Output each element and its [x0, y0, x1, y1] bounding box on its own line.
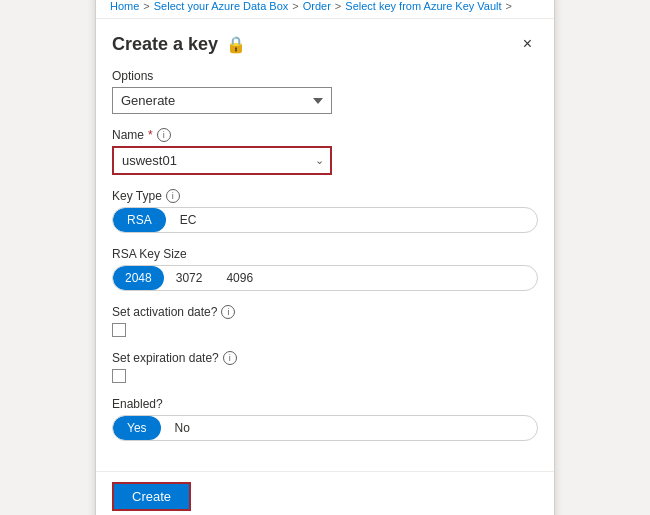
expiration-checkbox[interactable]: [112, 369, 126, 383]
breadcrumb-order[interactable]: Order: [303, 0, 331, 12]
expiration-info-icon[interactable]: i: [223, 351, 237, 365]
key-type-rsa[interactable]: RSA: [113, 208, 166, 232]
modal-container: Home > Select your Azure Data Box > Orde…: [95, 0, 555, 515]
key-type-toggle: RSA EC: [112, 207, 538, 233]
options-group: Options Generate Import Restore from Bac…: [112, 69, 538, 114]
name-info-icon[interactable]: i: [157, 128, 171, 142]
key-type-ec[interactable]: EC: [166, 208, 211, 232]
name-label: Name * i: [112, 128, 538, 142]
activation-checkbox[interactable]: [112, 323, 126, 337]
breadcrumb-sep-4: >: [506, 0, 512, 12]
activation-label: Set activation date? i: [112, 305, 538, 319]
modal-title-text: Create a key: [112, 34, 218, 55]
breadcrumb-home[interactable]: Home: [110, 0, 139, 12]
key-type-info-icon[interactable]: i: [166, 189, 180, 203]
expiration-checkbox-wrapper: [112, 369, 538, 383]
rsa-size-3072[interactable]: 3072: [164, 266, 215, 290]
modal-footer: Create: [96, 471, 554, 515]
breadcrumb-sep-3: >: [335, 0, 341, 12]
enabled-yes[interactable]: Yes: [113, 416, 161, 440]
key-type-label: Key Type i: [112, 189, 538, 203]
enabled-label: Enabled?: [112, 397, 538, 411]
activation-checkbox-wrapper: [112, 323, 538, 337]
modal-title-group: Create a key 🔒: [112, 34, 246, 55]
name-field-wrapper: ⌄: [112, 146, 332, 175]
breadcrumb: Home > Select your Azure Data Box > Orde…: [96, 0, 554, 19]
name-input[interactable]: [114, 148, 309, 173]
name-chevron-icon: ⌄: [309, 154, 330, 167]
name-required: *: [148, 128, 153, 142]
expiration-label: Set expiration date? i: [112, 351, 538, 365]
enabled-toggle: Yes No: [112, 415, 538, 441]
activation-info-icon[interactable]: i: [221, 305, 235, 319]
enabled-group: Enabled? Yes No: [112, 397, 538, 441]
create-button[interactable]: Create: [112, 482, 191, 511]
activation-group: Set activation date? i: [112, 305, 538, 337]
key-type-group: Key Type i RSA EC: [112, 189, 538, 233]
rsa-size-2048[interactable]: 2048: [113, 266, 164, 290]
options-label: Options: [112, 69, 538, 83]
lock-icon: 🔒: [226, 35, 246, 54]
name-group: Name * i ⌄: [112, 128, 538, 175]
breadcrumb-sep-1: >: [143, 0, 149, 12]
modal-body: Options Generate Import Restore from Bac…: [96, 63, 554, 471]
modal-header: Create a key 🔒 ×: [96, 19, 554, 63]
breadcrumb-key-vault[interactable]: Select key from Azure Key Vault: [345, 0, 501, 12]
rsa-size-group: RSA Key Size 2048 3072 4096: [112, 247, 538, 291]
breadcrumb-select-box[interactable]: Select your Azure Data Box: [154, 0, 289, 12]
rsa-size-toggle: 2048 3072 4096: [112, 265, 538, 291]
enabled-no[interactable]: No: [161, 416, 204, 440]
breadcrumb-sep-2: >: [292, 0, 298, 12]
rsa-size-label: RSA Key Size: [112, 247, 538, 261]
expiration-group: Set expiration date? i: [112, 351, 538, 383]
rsa-size-4096[interactable]: 4096: [214, 266, 265, 290]
close-button[interactable]: ×: [517, 33, 538, 55]
options-select[interactable]: Generate Import Restore from Backup: [112, 87, 332, 114]
